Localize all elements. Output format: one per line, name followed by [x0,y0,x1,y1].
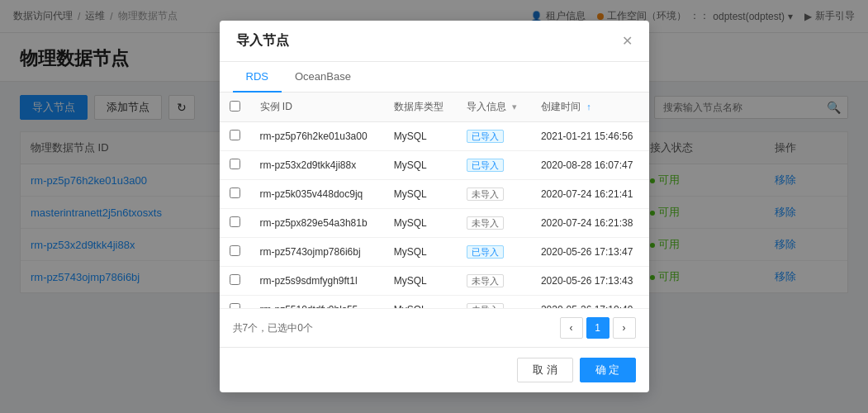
created-time-cell: 2020-08-28 16:07:47 [531,151,649,180]
created-time-cell: 2020-05-26 17:13:47 [531,238,649,267]
row-checkbox[interactable] [230,216,240,227]
db-type-cell: MySQL [384,151,457,180]
db-type-cell: MySQL [384,122,457,151]
import-dialog: 导入节点 ✕ RDS OceanBase 实例 ID [220,21,649,306]
instance-id-cell: rm-pz5743ojmp786i6bj [250,238,384,267]
row-checkbox[interactable] [230,245,240,256]
db-type-cell: MySQL [384,238,457,267]
dialog-header: 导入节点 ✕ [220,21,649,62]
dialog-table-row: rm-pz5743ojmp786i6bjMySQL已导入2020-05-26 1… [220,238,649,267]
dialog-table-row: rm-pz5px829e54a3h81bMySQL未导入2020-07-24 1… [220,209,649,238]
instance-id-cell: rm-pz5510dtdfy9hls55 [250,296,384,307]
row-checkbox[interactable] [230,130,240,140]
col-created-time: 创建时间 ↑ [531,93,649,122]
dialog-tabs: RDS OceanBase [220,62,649,93]
row-checkbox[interactable] [230,188,240,198]
dialog-table-row: rm-pz53x2d9tkk4ji88xMySQL已导入2020-08-28 1… [220,151,649,180]
import-status-cell: 已导入 [457,122,531,151]
dialog-title: 导入节点 [236,32,289,50]
tab-oceanbase[interactable]: OceanBase [282,62,364,93]
created-time-cell: 2020-05-26 17:10:49 [531,296,649,307]
dialog-table-row: rm-pz5510dtdfy9hls55MySQL未导入2020-05-26 1… [220,296,649,307]
dialog-close-button[interactable]: ✕ [622,35,633,48]
filter-icon[interactable]: ▾ [512,102,517,112]
db-type-cell: MySQL [384,267,457,296]
created-time-cell: 2020-07-24 16:21:41 [531,180,649,209]
dialog-overlay[interactable]: 导入节点 ✕ RDS OceanBase 实例 ID [0,0,868,306]
import-status-cell: 已导入 [457,238,531,267]
col-checkbox [220,93,250,122]
db-type-cell: MySQL [384,296,457,307]
row-checkbox[interactable] [230,303,240,306]
tab-rds[interactable]: RDS [233,62,282,93]
sort-icon[interactable]: ↑ [586,102,591,112]
row-checkbox[interactable] [230,159,240,169]
import-status-cell: 未导入 [457,267,531,296]
dialog-table-row: rm-pz5k035v448doc9jqMySQL未导入2020-07-24 1… [220,180,649,209]
created-time-cell: 2021-01-21 15:46:56 [531,122,649,151]
import-status-cell: 未导入 [457,180,531,209]
dialog-table-row: rm-pz5p76h2ke01u3a00MySQL已导入2021-01-21 1… [220,122,649,151]
dialog-table: 实例 ID 数据库类型 导入信息 ▾ 创建时间 ↑ rm-pz5p76h2ke0… [220,93,649,306]
col-db-type: 数据库类型 [384,93,457,122]
row-checkbox[interactable] [230,274,240,285]
col-instance-id: 实例 ID [250,93,384,122]
select-all-checkbox[interactable] [230,101,240,112]
dialog-table-row: rm-pz5s9sdmfygh9ft1lMySQL未导入2020-05-26 1… [220,267,649,296]
instance-id-cell: rm-pz5k035v448doc9jq [250,180,384,209]
col-import-info: 导入信息 ▾ [457,93,531,122]
instance-id-cell: rm-pz5s9sdmfygh9ft1l [250,267,384,296]
import-status-cell: 未导入 [457,209,531,238]
instance-id-cell: rm-pz5p76h2ke01u3a00 [250,122,384,151]
db-type-cell: MySQL [384,209,457,238]
created-time-cell: 2020-07-24 16:21:38 [531,209,649,238]
instance-id-cell: rm-pz5px829e54a3h81b [250,209,384,238]
created-time-cell: 2020-05-26 17:13:43 [531,267,649,296]
import-status-cell: 未导入 [457,296,531,307]
dialog-body: 实例 ID 数据库类型 导入信息 ▾ 创建时间 ↑ rm-pz5p76h2ke0… [220,93,649,306]
db-type-cell: MySQL [384,180,457,209]
instance-id-cell: rm-pz53x2d9tkk4ji88x [250,151,384,180]
import-status-cell: 已导入 [457,151,531,180]
